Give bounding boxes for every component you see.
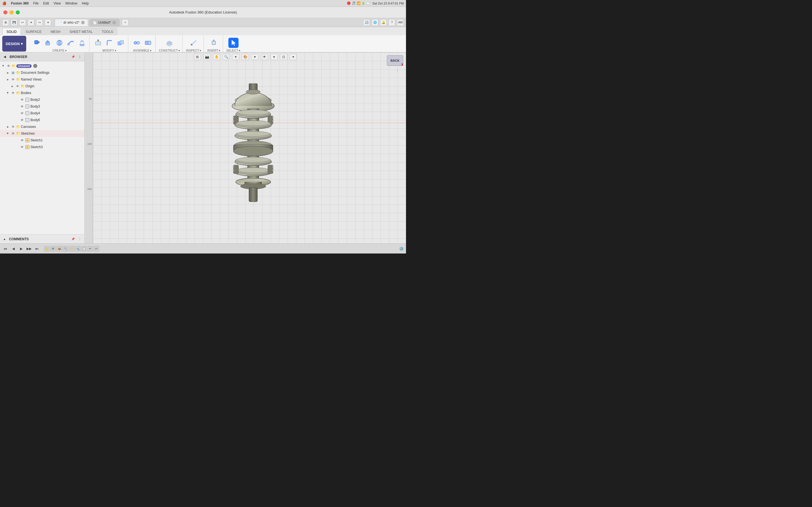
browser-online[interactable]: 🌐 bbox=[371, 19, 378, 26]
close-button[interactable] bbox=[3, 10, 7, 14]
inspect-group-label[interactable]: INSPECT▾ bbox=[186, 49, 201, 52]
timeline-settings-icon[interactable]: ⚙️ bbox=[399, 246, 404, 251]
tree-item-sketch3[interactable]: 👁 ✏ Sketch3 bbox=[0, 144, 84, 151]
timeline-end-button[interactable]: ⏭ bbox=[34, 245, 40, 252]
root-eye[interactable]: 👁 bbox=[6, 64, 11, 68]
sketch3-eye[interactable]: 👁 bbox=[20, 145, 24, 149]
tl-icon-9[interactable]: ↩ bbox=[94, 246, 99, 251]
measure-icon[interactable] bbox=[189, 38, 199, 48]
tl-icon-5[interactable]: ⚡ bbox=[69, 246, 74, 251]
insert-group-label[interactable]: INSERT▾ bbox=[207, 49, 220, 52]
undo-button[interactable]: ↩ bbox=[19, 19, 26, 26]
body4-eye[interactable]: 👁 bbox=[20, 111, 24, 115]
tab-dr-who[interactable]: 📄 dr who v2* × bbox=[55, 19, 88, 26]
timeline-next-button[interactable]: ▶▶ bbox=[26, 245, 32, 252]
app-name[interactable]: Fusion 360 bbox=[11, 1, 29, 5]
tab-close-2[interactable]: × bbox=[112, 21, 116, 24]
insert-icon[interactable] bbox=[209, 38, 219, 48]
timeline-play-button[interactable]: ▶ bbox=[18, 245, 24, 252]
sweep-icon[interactable] bbox=[66, 38, 76, 48]
menu-window[interactable]: Window bbox=[65, 1, 78, 5]
tree-item-named-views[interactable]: ▶ 👁 📁 Named Views bbox=[0, 76, 84, 83]
sketches-eye[interactable]: 👁 bbox=[11, 131, 15, 136]
named-views-eye[interactable]: 👁 bbox=[11, 77, 15, 82]
doc-settings-arrow[interactable]: ▶ bbox=[6, 70, 10, 75]
as-built-joint-icon[interactable] bbox=[143, 38, 153, 48]
tree-item-sketch1[interactable]: 👁 ✏ Sketch1 bbox=[0, 137, 84, 144]
tab-mesh[interactable]: MESH bbox=[47, 28, 65, 35]
tree-item-body2[interactable]: 👁 Body2 bbox=[0, 96, 84, 103]
tl-icon-6[interactable]: 🔩 bbox=[75, 246, 81, 251]
menu-file[interactable]: File bbox=[33, 1, 39, 5]
create-group-label[interactable]: CREATE▾ bbox=[52, 49, 66, 52]
select-group-label[interactable]: SELECT▾ bbox=[226, 49, 240, 52]
named-views-arrow[interactable]: ▶ bbox=[6, 77, 10, 82]
assemble-group-label[interactable]: ASSEMBLE▾ bbox=[133, 49, 151, 52]
tree-item-root[interactable]: ▶ 👁 📁 Unsaved bbox=[0, 62, 84, 69]
tree-item-sketches[interactable]: ▶ 👁 📁 Sketches bbox=[0, 130, 84, 137]
extrude-icon[interactable] bbox=[43, 38, 53, 48]
tab-untitled[interactable]: 📄 Untitled* × bbox=[89, 19, 119, 26]
joint-icon[interactable] bbox=[132, 38, 142, 48]
root-arrow[interactable]: ▶ bbox=[1, 64, 6, 68]
tab-close-1[interactable]: × bbox=[81, 21, 85, 24]
menu-help[interactable]: Help bbox=[82, 1, 89, 5]
tl-icon-7[interactable]: 📋 bbox=[81, 246, 87, 251]
sync-button[interactable]: 🔄 bbox=[363, 19, 370, 26]
loft-icon[interactable] bbox=[77, 38, 87, 48]
help-button[interactable]: ? bbox=[389, 19, 395, 26]
timeline-prev-button[interactable]: ◀ bbox=[10, 245, 16, 252]
select-icon[interactable] bbox=[229, 38, 239, 48]
tree-item-body4[interactable]: 👁 Body4 bbox=[0, 110, 84, 117]
sketch1-eye[interactable]: 👁 bbox=[20, 138, 24, 143]
timeline-rewind-button[interactable]: ⏮ bbox=[2, 245, 8, 252]
tl-icon-2[interactable]: ⚙ bbox=[50, 246, 56, 251]
notifications-button[interactable]: 🔔 bbox=[380, 19, 387, 26]
browser-collapse-button[interactable]: ◀ bbox=[2, 54, 7, 59]
home-button[interactable]: ⊞ bbox=[2, 19, 9, 26]
origin-arrow[interactable]: ▶ bbox=[10, 84, 15, 89]
body2-eye[interactable]: 👁 bbox=[20, 98, 24, 102]
nav-cube[interactable]: BACK X ↑ bbox=[384, 55, 403, 75]
tab-sheet-metal[interactable]: SHEET METAL bbox=[65, 28, 97, 35]
redo-button[interactable]: ↪ bbox=[36, 19, 43, 26]
tab-solid[interactable]: SOLID bbox=[2, 28, 21, 35]
minimize-button[interactable] bbox=[10, 10, 13, 14]
comments-pin-button[interactable]: 📌 bbox=[71, 237, 75, 241]
fillet-icon[interactable] bbox=[104, 38, 114, 48]
tree-item-body6[interactable]: 👁 Body6 bbox=[0, 117, 84, 123]
menu-edit[interactable]: Edit bbox=[43, 1, 49, 5]
combine-icon[interactable] bbox=[116, 38, 126, 48]
menu-view[interactable]: View bbox=[54, 1, 61, 5]
press-pull-icon[interactable] bbox=[93, 38, 103, 48]
modify-group-label[interactable]: MODIFY▾ bbox=[102, 49, 116, 52]
tab-surface[interactable]: SURFACE bbox=[21, 28, 46, 35]
canvases-arrow[interactable]: ▶ bbox=[6, 124, 10, 129]
offset-plane-icon[interactable] bbox=[164, 38, 174, 48]
browser-pin-button[interactable]: 📌 bbox=[71, 55, 75, 59]
body6-eye[interactable]: 👁 bbox=[20, 118, 24, 122]
sketches-arrow[interactable]: ▶ bbox=[6, 131, 10, 136]
account-button[interactable]: AM bbox=[397, 19, 404, 26]
tl-icon-8[interactable]: ✏ bbox=[87, 246, 93, 251]
tl-icon-4[interactable]: 🔧 bbox=[63, 246, 68, 251]
tree-item-canvases[interactable]: ▶ 👁 📁 Canvases bbox=[0, 123, 84, 130]
body3-eye[interactable]: 👁 bbox=[20, 104, 24, 109]
tree-item-doc-settings[interactable]: ▶ ⚙️ 📁 Document Settings bbox=[0, 69, 84, 76]
tree-item-body3[interactable]: 👁 Body3 bbox=[0, 103, 84, 110]
tl-icon-1[interactable]: 📐 bbox=[44, 246, 50, 251]
canvases-eye[interactable]: 👁 bbox=[11, 124, 15, 129]
new-tab-button[interactable]: + bbox=[122, 19, 129, 26]
bodies-arrow[interactable]: ▶ bbox=[6, 91, 10, 95]
bodies-eye[interactable]: 👁 bbox=[11, 91, 15, 95]
undo-dropdown[interactable]: ▾ bbox=[28, 19, 35, 26]
revolve-icon[interactable] bbox=[54, 38, 64, 48]
save-button[interactable]: 💾 bbox=[11, 19, 17, 26]
tab-tools[interactable]: TOOLS bbox=[98, 28, 117, 35]
browser-more-button[interactable]: ⋮ bbox=[78, 55, 82, 59]
apple-menu[interactable]: 🍎 bbox=[2, 1, 6, 5]
new-component-icon[interactable] bbox=[32, 38, 42, 48]
comments-expand-button[interactable]: ▲ bbox=[2, 237, 7, 241]
tl-icon-3[interactable]: 📦 bbox=[56, 246, 62, 251]
origin-eye[interactable]: 👁 bbox=[15, 84, 20, 89]
